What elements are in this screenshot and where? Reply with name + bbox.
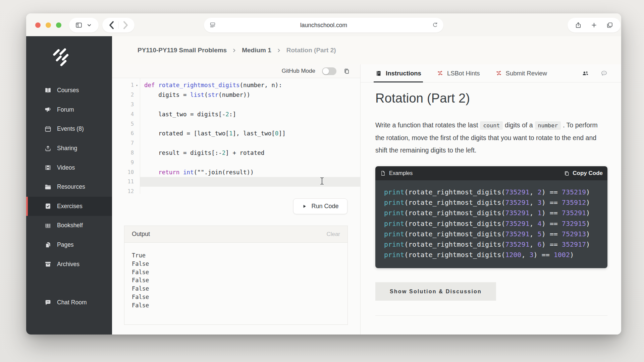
- code-line-text[interactable]: return int("".join(result)): [140, 167, 360, 177]
- study-group-button[interactable]: [582, 70, 589, 77]
- tab-submit-review[interactable]: Submit Review: [495, 64, 547, 82]
- code-line[interactable]: 12: [112, 187, 360, 194]
- code-line-text[interactable]: [140, 100, 360, 110]
- code-editor[interactable]: 1▾def rotate_rightmost_digits(number, n)…: [112, 78, 360, 194]
- code-line[interactable]: 4 last_two = digits[-2:]: [112, 109, 360, 119]
- code-line[interactable]: 1▾def rotate_rightmost_digits(number, n)…: [112, 80, 360, 90]
- output-title: Output: [132, 231, 150, 238]
- code-line[interactable]: 10 return int("".join(result)): [112, 167, 360, 177]
- code-line-text[interactable]: [140, 177, 360, 187]
- output-line: False: [132, 293, 340, 301]
- play-icon: [302, 204, 307, 209]
- minimize-window-button[interactable]: [46, 22, 51, 28]
- code-line-text[interactable]: [140, 119, 360, 129]
- chat-icon: [44, 299, 52, 306]
- tab-label: Submit Review: [506, 70, 547, 77]
- sidebar-item-chat-room[interactable]: Chat Room: [26, 293, 112, 312]
- tab-instructions[interactable]: Instructions: [375, 64, 421, 82]
- divider: [375, 315, 607, 316]
- copy-code-button[interactable]: Copy Code: [564, 170, 603, 177]
- copy-icon[interactable]: [343, 68, 350, 75]
- example-line: print(rotate_rightmost_digits(735291, 2)…: [384, 187, 603, 197]
- reader-mode-icon[interactable]: [209, 18, 216, 33]
- output-line: False: [132, 301, 340, 310]
- back-button[interactable]: [105, 18, 118, 33]
- instructions-pane: InstructionsLSBot HintsSubmit Review Rot…: [360, 64, 621, 335]
- code-line[interactable]: 11: [112, 177, 360, 187]
- editor-pane: GitHub Mode 1▾def rotate_rightmost_digit…: [112, 64, 360, 335]
- code-line[interactable]: 3: [112, 100, 360, 110]
- code-line[interactable]: 9: [112, 158, 360, 167]
- sidebar-item-forum[interactable]: Forum: [26, 100, 112, 120]
- zoom-window-button[interactable]: [56, 22, 61, 28]
- code-line[interactable]: 8 result = digits[:-2] + rotated: [112, 148, 360, 158]
- code-line[interactable]: 6 rotated = [last_two[1], last_two[0]]: [112, 129, 360, 138]
- sidebar-item-resources[interactable]: Resources: [26, 177, 112, 197]
- code-line[interactable]: 5: [112, 119, 360, 129]
- tab-label: Instructions: [386, 70, 421, 77]
- output-body: TrueFalseFalseFalseFalseFalseFalse: [124, 243, 347, 318]
- github-mode-label: GitHub Mode: [282, 68, 315, 74]
- output-header: Output Clear: [124, 226, 347, 243]
- feedback-bubble-button[interactable]: [600, 70, 608, 77]
- address-bar[interactable]: launchschool.com: [204, 18, 443, 33]
- sidebar-item-archives[interactable]: Archives: [26, 254, 112, 274]
- code-line-text[interactable]: def rotate_rightmost_digits(number, n):: [140, 80, 360, 90]
- share-icon[interactable]: [575, 21, 582, 29]
- run-code-button[interactable]: Run Code: [293, 198, 347, 214]
- tab-overview-icon[interactable]: [606, 21, 613, 29]
- clear-output-button[interactable]: Clear: [326, 231, 340, 238]
- output-line: False: [132, 260, 340, 268]
- reload-icon[interactable]: [431, 18, 439, 33]
- breadcrumb: PY110-PY119 Small ProblemsMedium 1Rotati…: [112, 36, 621, 65]
- sidebar-item-label: Events (8): [57, 125, 84, 132]
- github-mode-toggle[interactable]: [322, 67, 336, 75]
- sidebar-item-exercises[interactable]: Exercises: [26, 197, 112, 216]
- code-line-text[interactable]: [140, 158, 360, 167]
- breadcrumb-item[interactable]: Medium 1: [242, 47, 271, 54]
- sidebar-item-videos[interactable]: Videos: [26, 158, 112, 177]
- examples-header: Examples Copy Code: [375, 166, 607, 180]
- copy-code-label: Copy Code: [573, 170, 603, 177]
- code-line-text[interactable]: digits = list(str(number)): [140, 90, 360, 100]
- line-number: 5: [112, 119, 140, 129]
- code-line-text[interactable]: [140, 138, 360, 148]
- description-text: digits of a: [505, 121, 533, 129]
- new-tab-icon[interactable]: [590, 21, 598, 29]
- code-line-text[interactable]: result = digits[:-2] + rotated: [140, 148, 360, 158]
- line-number: 3: [112, 100, 140, 110]
- code-line[interactable]: 2 digits = list(str(number)): [112, 90, 360, 100]
- examples-code: print(rotate_rightmost_digits(735291, 2)…: [375, 180, 607, 268]
- line-number: 7: [112, 138, 140, 148]
- barcode-icon: [44, 222, 52, 229]
- output-line: False: [132, 276, 340, 285]
- fold-arrow-icon[interactable]: ▾: [134, 83, 140, 87]
- file-icon: [380, 170, 386, 176]
- breadcrumb-item: Rotation (Part 2): [286, 47, 336, 54]
- toolbar-sidebar-toggle[interactable]: [69, 18, 99, 33]
- sidebar-item-sharing[interactable]: Sharing: [26, 139, 112, 158]
- tab-lsbot-hints[interactable]: LSBot Hints: [437, 64, 480, 82]
- breadcrumb-item[interactable]: PY110-PY119 Small Problems: [138, 47, 227, 54]
- forward-button[interactable]: [119, 18, 132, 33]
- app-sidebar: CoursesForumEvents (8)SharingVideosResou…: [26, 36, 112, 335]
- line-number: 10: [112, 167, 140, 177]
- sidebar-item-courses[interactable]: Courses: [26, 81, 112, 100]
- sidebar-item-pages[interactable]: Pages: [26, 235, 112, 255]
- sidebar-item-bookshelf[interactable]: Bookshelf: [26, 216, 112, 235]
- output-panel: Output Clear TrueFalseFalseFalseFalseFal…: [124, 226, 348, 325]
- output-line: True: [132, 251, 340, 260]
- sidebar-item-label: Resources: [57, 183, 85, 190]
- code-line-text[interactable]: [140, 187, 360, 194]
- sidebar-nav: CoursesForumEvents (8)SharingVideosResou…: [26, 81, 112, 274]
- inline-code: count: [480, 121, 503, 130]
- code-line[interactable]: 7: [112, 138, 360, 148]
- code-line-text[interactable]: rotated = [last_two[1], last_two[0]]: [140, 129, 360, 138]
- folder-icon: [44, 183, 52, 191]
- close-window-button[interactable]: [35, 22, 41, 28]
- tab-bar-actions: [582, 70, 608, 77]
- sidebar-item-events-8[interactable]: Events (8): [26, 119, 112, 139]
- code-line-text[interactable]: last_two = digits[-2:]: [140, 109, 360, 119]
- show-solution-button[interactable]: Show Solution & Discussion: [375, 282, 496, 301]
- megaphone-icon: [44, 106, 52, 113]
